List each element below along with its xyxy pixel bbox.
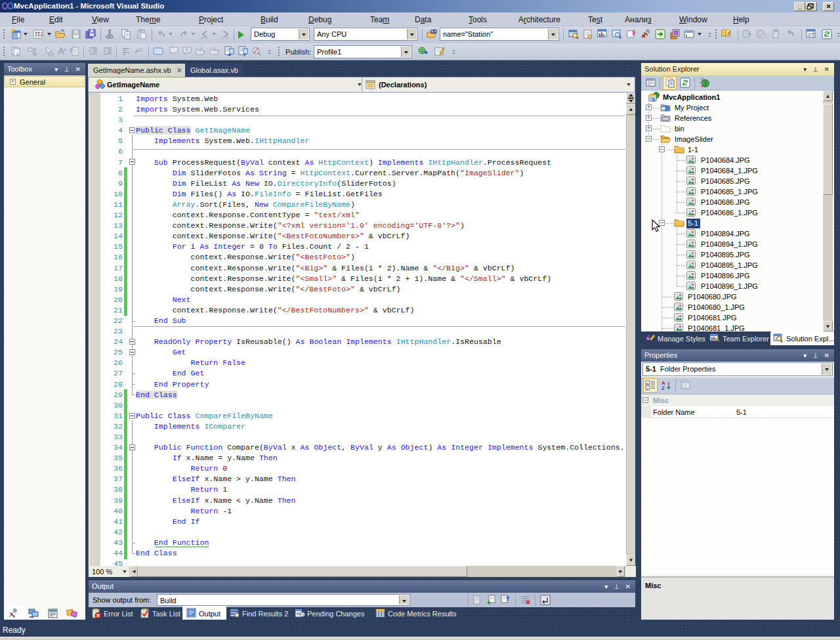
svg-text:+: + [646,387,649,391]
svg-text:B: B [652,98,656,102]
svg-text:Z: Z [662,385,665,391]
svg-text:+: + [646,381,649,385]
